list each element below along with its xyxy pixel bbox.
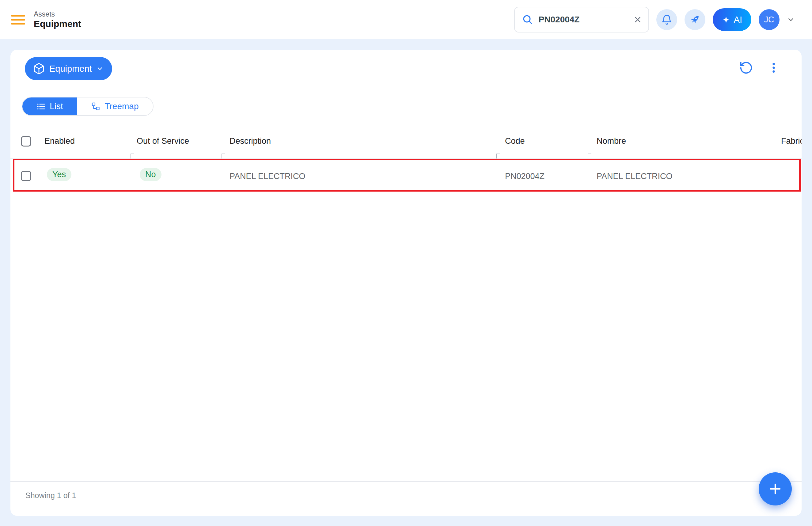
page-title: Equipment xyxy=(34,18,81,29)
user-menu-button[interactable] xyxy=(787,16,795,24)
user-avatar[interactable]: JC xyxy=(759,9,780,30)
chevron-down-icon xyxy=(96,65,104,72)
column-header-code[interactable]: Code xyxy=(505,137,525,146)
refresh-button[interactable] xyxy=(739,61,753,75)
header-actions: AI JC xyxy=(514,7,795,32)
breadcrumb: Assets Equipment xyxy=(34,10,81,29)
select-all-checkbox[interactable] xyxy=(21,136,31,146)
cell-description: PANEL ELECTRICO xyxy=(230,172,305,181)
chevron-down-icon xyxy=(787,16,795,24)
bell-icon xyxy=(661,14,672,26)
menu-button[interactable] xyxy=(11,15,25,25)
table-row[interactable] xyxy=(11,159,801,191)
search-icon xyxy=(522,14,534,26)
tab-treemap-label: Treemap xyxy=(104,101,139,111)
column-header-fabricante[interactable]: Fabricante xyxy=(781,137,801,146)
card-actions xyxy=(739,61,780,75)
content-card: Equipment List xyxy=(11,49,801,516)
add-button[interactable] xyxy=(759,472,792,506)
breadcrumb-section: Assets xyxy=(34,10,81,18)
column-resize-handle[interactable] xyxy=(496,154,500,158)
notifications-button[interactable] xyxy=(656,9,677,30)
package-icon xyxy=(33,62,45,75)
view-toggle: List Treemap xyxy=(22,97,154,116)
close-icon xyxy=(633,15,642,24)
entity-selector-label: Equipment xyxy=(49,64,92,74)
refresh-icon xyxy=(739,61,753,75)
launcher-button[interactable] xyxy=(684,9,705,30)
treemap-icon xyxy=(91,102,101,111)
column-header-nombre[interactable]: Nombre xyxy=(597,137,626,146)
tab-treemap-view[interactable]: Treemap xyxy=(77,98,153,115)
footer-divider xyxy=(11,481,801,482)
column-resize-handle[interactable] xyxy=(131,154,134,158)
more-options-button[interactable] xyxy=(767,61,780,74)
enabled-badge: Yes xyxy=(47,168,71,181)
hamburger-icon xyxy=(11,15,25,16)
cell-nombre: PANEL ELECTRICO xyxy=(597,172,672,181)
rocket-icon xyxy=(689,14,701,26)
column-header-out-of-service[interactable]: Out of Service xyxy=(137,137,189,146)
ai-button-label: AI xyxy=(734,15,742,25)
row-checkbox[interactable] xyxy=(21,171,31,181)
app-screen: Assets Equipment xyxy=(0,0,812,526)
column-header-description[interactable]: Description xyxy=(230,137,271,146)
cell-code: PN02004Z xyxy=(505,172,545,181)
ai-button[interactable]: AI xyxy=(713,8,751,31)
tab-list-view[interactable]: List xyxy=(23,98,77,115)
global-search xyxy=(514,7,649,32)
sparkle-icon xyxy=(722,16,730,24)
clear-search-button[interactable] xyxy=(633,15,642,24)
column-header-enabled[interactable]: Enabled xyxy=(44,137,75,146)
results-summary: Showing 1 of 1 xyxy=(26,491,76,500)
kebab-menu-icon xyxy=(767,61,780,74)
search-input[interactable] xyxy=(539,15,628,25)
tab-list-label: List xyxy=(49,101,63,111)
plus-icon xyxy=(767,481,783,497)
entity-selector-button[interactable]: Equipment xyxy=(25,57,112,80)
app-header: Assets Equipment xyxy=(0,0,812,39)
list-icon xyxy=(36,102,46,111)
out-of-service-badge: No xyxy=(140,168,161,181)
column-resize-handle[interactable] xyxy=(588,154,591,158)
table-header-divider xyxy=(11,158,801,159)
avatar-initials: JC xyxy=(764,15,774,25)
column-resize-handle[interactable] xyxy=(221,154,225,158)
